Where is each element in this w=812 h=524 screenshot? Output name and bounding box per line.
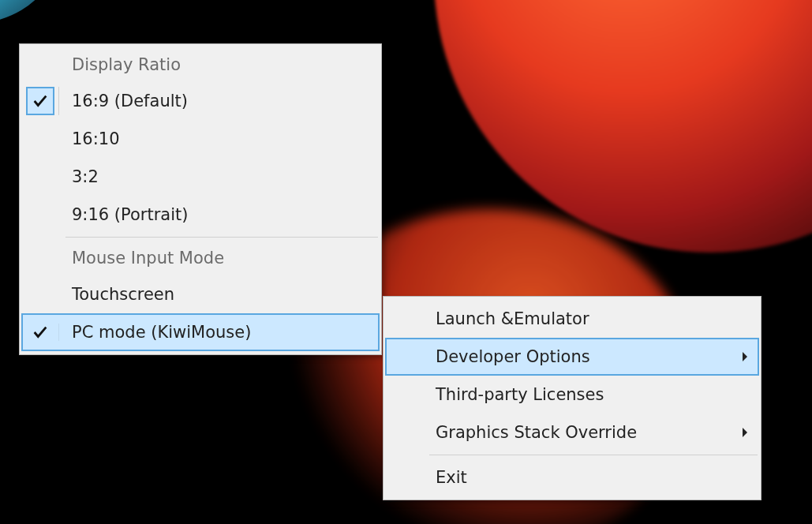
menu-item-mouse-pc-mode[interactable]: PC mode (KiwiMouse) (21, 313, 380, 351)
menu-item-label: 16:9 (Default) (59, 92, 380, 110)
section-header-label: Mouse Input Mode (59, 249, 380, 268)
menu-item-ratio-16-9[interactable]: 16:9 (Default) (21, 82, 380, 120)
menu-item-label: Exit (423, 468, 731, 487)
menu-item-developer-options[interactable]: Developer Options (385, 338, 759, 376)
menu-item-label: 16:10 (59, 129, 380, 148)
menu-item-label: Third-party Licenses (423, 385, 731, 404)
section-header-label: Display Ratio (59, 55, 380, 74)
menu-item-third-party-licenses[interactable]: Third-party Licenses (385, 376, 759, 414)
main-context-menu: Launch &Emulator Developer Options Third… (383, 296, 761, 500)
menu-item-mouse-touchscreen[interactable]: Touchscreen (21, 275, 380, 313)
menu-divider (429, 455, 758, 455)
submenu-arrow-icon (741, 427, 749, 438)
menu-item-label: Developer Options (423, 347, 731, 366)
menu-item-label: 9:16 (Portrait) (59, 205, 380, 224)
menu-item-label: PC mode (KiwiMouse) (59, 323, 380, 342)
developer-options-submenu: Display Ratio 16:9 (Default) 16:10 3:2 9… (19, 43, 382, 355)
menu-item-label: Touchscreen (59, 285, 380, 304)
checkmark-icon (32, 324, 49, 341)
menu-item-graphics-stack-override[interactable]: Graphics Stack Override (385, 414, 759, 451)
menu-item-exit[interactable]: Exit (385, 458, 759, 496)
checked-indicator (26, 87, 54, 115)
submenu-arrow-icon (741, 351, 749, 362)
menu-item-ratio-16-10[interactable]: 16:10 (21, 120, 380, 158)
menu-item-ratio-3-2[interactable]: 3:2 (21, 158, 380, 196)
menu-item-ratio-9-16-portrait[interactable]: 9:16 (Portrait) (21, 196, 380, 234)
menu-item-label: Launch &Emulator (423, 309, 731, 328)
menu-item-label: Graphics Stack Override (423, 423, 731, 442)
section-header-mouse-input: Mouse Input Mode (21, 241, 380, 275)
wallpaper-accent-teal (0, 0, 59, 24)
menu-divider (65, 237, 378, 238)
menu-item-launch-emulator[interactable]: Launch &Emulator (385, 300, 759, 338)
menu-item-label: 3:2 (59, 167, 380, 186)
section-header-display-ratio: Display Ratio (21, 47, 380, 82)
checkmark-icon (32, 92, 49, 110)
